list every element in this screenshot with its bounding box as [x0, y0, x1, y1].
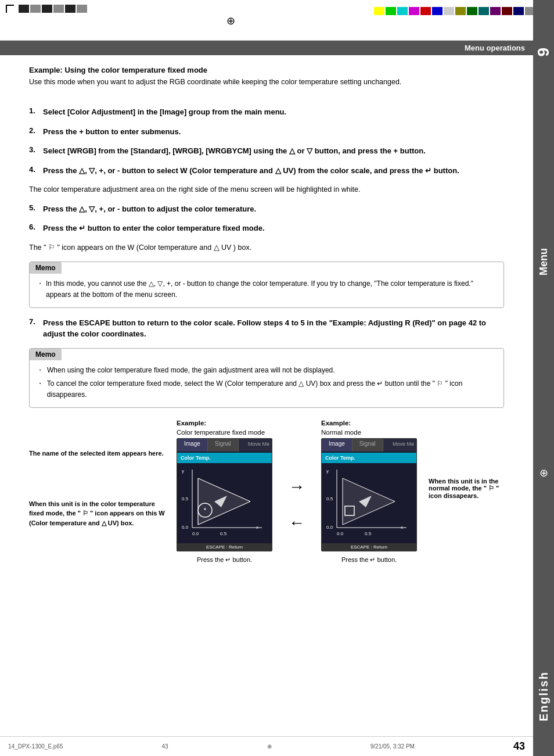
memo-box-1: Memo ・ In this mode, you cannot use the …: [29, 261, 504, 308]
section-header-bar: Menu operations: [0, 41, 533, 55]
color-block-blue: [432, 7, 443, 15]
sidebar-english-label: English: [537, 671, 551, 721]
svg-text:0.5: 0.5: [220, 531, 227, 536]
diagram-1-title: Example:: [177, 420, 206, 427]
step-4: 4. Press the △, ▽, +, or - button to sel…: [29, 165, 504, 177]
step-1: 1. Select [Color Adjustment] in the [Ima…: [29, 106, 504, 118]
film-block-2: [30, 5, 41, 13]
sidebar-section-number: 9: [534, 46, 553, 57]
example-subtitle: Use this mode when you want to adjust th…: [29, 78, 504, 86]
svg-text:x: x: [256, 525, 258, 530]
diagram-1-col: Example: Color temperature fixed mode Mo…: [177, 420, 272, 568]
diagram-1-subtitle: Color temperature fixed mode: [177, 429, 265, 436]
color-block-red: [420, 7, 431, 15]
footer-crosshair: ⊕: [267, 743, 272, 750]
header-right: [374, 5, 548, 15]
step-6-text: Press the ↵ button to enter the color te…: [43, 223, 265, 234]
step-3: 3. Select [WRGB] from the [Standard], [W…: [29, 145, 504, 157]
menu-color-temp-row-1: Color Temp.: [177, 453, 272, 463]
svg-text:0.0: 0.0: [326, 525, 333, 530]
step-5: 5. Press the △, ▽, +, or - button to adj…: [29, 203, 504, 215]
svg-text:0.0: 0.0: [337, 531, 344, 536]
color-block-dk-yellow: [455, 7, 466, 15]
svg-text:0.5: 0.5: [326, 496, 333, 501]
step-1-num: 1.: [29, 106, 39, 118]
memo-2-text-1: When using the color temperature fixed m…: [47, 365, 335, 376]
crosshair-icon: [225, 15, 236, 27]
color-block-magenta: [409, 7, 419, 15]
step-2-text: Press the + button to enter submenus.: [43, 126, 181, 138]
color-block-dk-magenta: [490, 7, 501, 15]
arrow-between: → ←: [284, 478, 310, 532]
escape-label-1: ESCAPE : Return: [177, 543, 272, 551]
color-block-green: [386, 7, 396, 15]
info-text-2: The " ⚐ " icon appears on the W (Color t…: [29, 242, 504, 253]
step-3-num: 3.: [29, 145, 39, 157]
menu-screen-2: Move Me Image Signal Color Temp.: [321, 438, 417, 551]
diagram-section: The name of the selected item appears he…: [29, 420, 504, 568]
menu-tab-1-signal: Signal: [208, 439, 239, 452]
diagram-2-subtitle: Normal mode: [321, 429, 361, 436]
step-2-num: 2.: [29, 126, 39, 138]
menu-screen-2-move: Move Me: [390, 439, 416, 449]
step-5-num: 5.: [29, 203, 39, 215]
menu-screen-1: Move Me Image Signal Color Temp.: [177, 438, 272, 551]
step-4-num: 4.: [29, 165, 39, 177]
chart-area-1: y 0.5 0.0 0.0 0.5 x: [177, 464, 272, 542]
main-content: Example: Using the color temperature fix…: [0, 55, 533, 580]
chart-area-2: y 0.5 0.0 0.0 0.5 x: [322, 464, 416, 542]
diagram-2-title: Example:: [321, 420, 351, 427]
svg-text:y: y: [182, 468, 184, 474]
arrow-right-icon: →: [289, 478, 305, 496]
color-temp-label-1: Color Temp.: [181, 455, 211, 461]
footer-date: 9/21/05, 3:32 PM: [370, 743, 415, 750]
film-block-6: [77, 5, 87, 13]
svg-text:0.5: 0.5: [365, 531, 372, 536]
color-block-cyan: [397, 7, 408, 15]
svg-text:0.0: 0.0: [182, 525, 189, 530]
step-6-num: 6.: [29, 223, 39, 234]
corner-mark-tl: [6, 5, 14, 13]
step-6: 6. Press the ↵ button to enter the color…: [29, 223, 504, 234]
header-center-crosshair: [225, 5, 236, 27]
menu-tab-2-image: Image: [322, 439, 352, 452]
color-block-white: [444, 7, 454, 15]
menu-color-temp-row-2: Color Temp.: [322, 453, 416, 463]
step-4-text: Press the △, ▽, +, or - button to select…: [43, 165, 459, 177]
page: 9 Menu ⊕ English: [0, 0, 554, 756]
info-text-1: The color temperature adjustment area on…: [29, 184, 504, 195]
chart-svg-2: y 0.5 0.0 0.0 0.5 x: [325, 467, 412, 539]
color-temp-label-2: Color Temp.: [325, 455, 355, 461]
memo-bullet-1: ・: [37, 278, 42, 300]
page-number: 43: [513, 740, 525, 753]
arrow-left-icon: ←: [289, 514, 305, 532]
page-header: [0, 0, 554, 41]
footer-page-left: 43: [162, 743, 168, 750]
menu-tab-1-image: Image: [177, 439, 208, 452]
step-5-text: Press the △, ▽, +, or - button to adjust…: [43, 203, 256, 215]
memo-bullet-3: ・: [37, 378, 44, 400]
diagram-left-labels: The name of the selected item appears he…: [29, 420, 165, 528]
step-1-text: Select [Color Adjustment] in the [Image]…: [43, 106, 286, 118]
right-label-1: When this unit is in the normal mode, th…: [429, 478, 504, 499]
press-button-label-1: Press the ↵ button.: [197, 556, 252, 564]
film-block-3: [42, 5, 52, 13]
memo-2-header: Memo: [30, 349, 62, 360]
escape-label-2: ESCAPE : Return: [322, 543, 416, 551]
sidebar-menu-label: Menu: [538, 248, 550, 275]
color-block-dk-blue: [513, 7, 524, 15]
svg-text:y: y: [326, 468, 329, 474]
color-block-dk-red: [502, 7, 512, 15]
film-block-4: [53, 5, 64, 13]
color-strip: [374, 7, 535, 15]
svg-text:x: x: [401, 525, 403, 530]
example-title: Example: Using the color temperature fix…: [29, 66, 504, 74]
color-block-dk-cyan: [479, 7, 489, 15]
svg-text:0.5: 0.5: [182, 496, 189, 501]
step-3-text: Select [WRGB] from the [Standard], [WRGB…: [43, 145, 426, 157]
memo-2-text-2: To cancel the color temperature fixed mo…: [47, 378, 497, 400]
memo-2-item-1: ・ When using the color temperature fixed…: [37, 365, 497, 376]
step-7: 7. Press the ESCAPE button to return to …: [29, 317, 504, 340]
color-block-yellow: [374, 7, 384, 15]
diagram-2-col: Example: Normal mode Move Me Image Signa…: [321, 420, 417, 568]
